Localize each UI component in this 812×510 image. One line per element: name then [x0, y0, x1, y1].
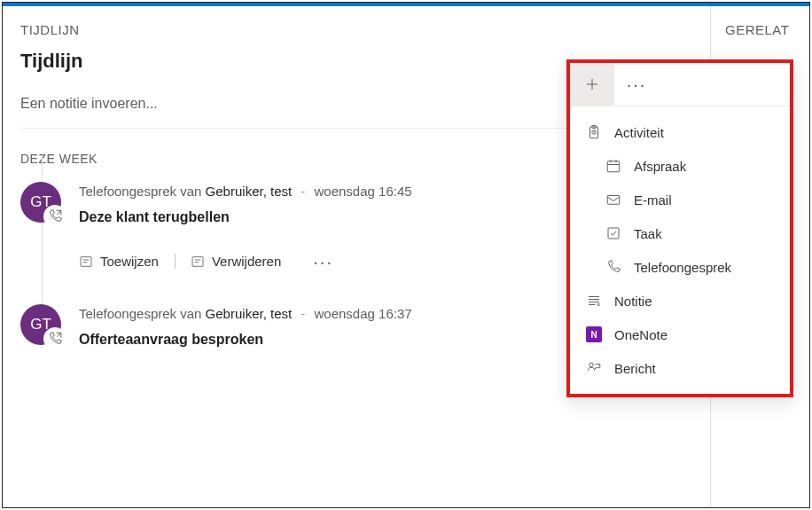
- menu-item-note[interactable]: Notitie: [570, 284, 790, 318]
- delete-icon: [191, 255, 205, 269]
- menu-item-post[interactable]: Bericht: [570, 351, 790, 385]
- more-actions-button[interactable]: ···: [297, 258, 349, 265]
- svg-point-8: [589, 363, 594, 367]
- add-button[interactable]: [570, 63, 614, 106]
- timeline-title: Tijdlijn: [20, 50, 82, 73]
- add-activity-popup: ··· Activiteit Afspraak E-mail Taak: [566, 59, 793, 397]
- svg-rect-0: [81, 256, 91, 266]
- svg-rect-5: [607, 161, 620, 172]
- more-button[interactable]: ···: [614, 63, 659, 106]
- phone-icon: [605, 259, 621, 275]
- svg-rect-6: [607, 196, 620, 205]
- svg-rect-7: [608, 228, 619, 239]
- menu-item-appointment[interactable]: Afspraak: [570, 149, 790, 183]
- note-icon: [586, 293, 602, 309]
- mail-icon: [605, 192, 621, 208]
- checkbox-icon: [605, 225, 621, 241]
- menu-item-phonecall[interactable]: Telefoongesprek: [570, 250, 790, 284]
- timeline-section-caption: TIJDLIJN: [20, 6, 692, 46]
- svg-rect-1: [192, 256, 203, 266]
- avatar: GT: [20, 182, 61, 223]
- menu-item-task[interactable]: Taak: [570, 216, 790, 250]
- calendar-icon: [605, 158, 621, 174]
- assign-button[interactable]: Toewijzen: [79, 250, 175, 272]
- menu-item-onenote[interactable]: N OneNote: [570, 318, 790, 351]
- assign-icon: [79, 255, 93, 269]
- post-icon: [586, 360, 602, 376]
- menu-item-activity[interactable]: Activiteit: [570, 115, 790, 149]
- related-section-caption: GERELAT: [725, 6, 809, 46]
- menu-item-email[interactable]: E-mail: [570, 183, 790, 216]
- phone-icon: [43, 327, 66, 350]
- delete-button[interactable]: Verwijderen: [175, 250, 297, 272]
- plus-icon: [584, 76, 600, 92]
- clipboard-icon: [586, 124, 602, 140]
- onenote-icon: N: [586, 326, 602, 342]
- phone-icon: [43, 205, 66, 228]
- avatar: GT: [20, 304, 61, 345]
